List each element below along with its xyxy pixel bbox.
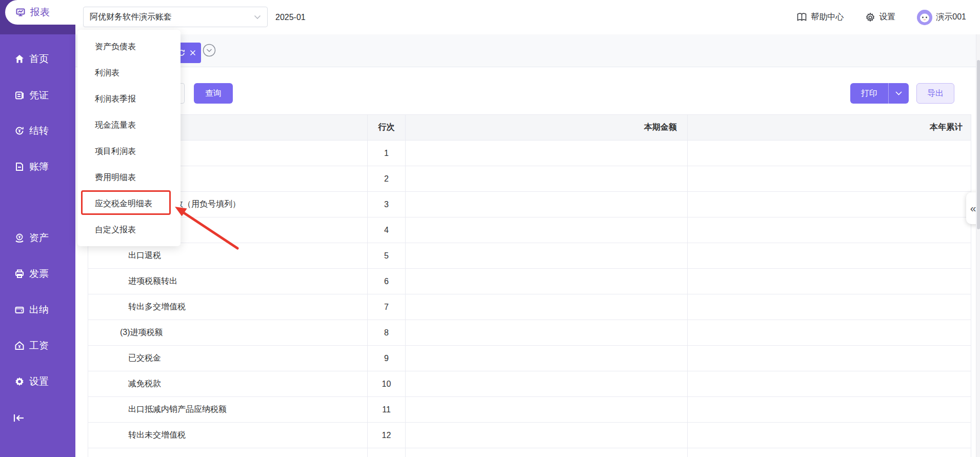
sidebar-item-salary[interactable]: 工资 <box>0 334 75 357</box>
menu-item-income-statement[interactable]: 利润表 <box>77 60 181 86</box>
menu-item-tax-payable-detail[interactable]: 应交税金明细表 <box>77 191 181 217</box>
item-cell: 进项税额转出 <box>88 269 368 294</box>
sidebar-item-label: 发票 <box>29 267 49 281</box>
ytd-cell <box>688 346 971 371</box>
current-period-cell <box>406 371 688 396</box>
sidebar-item-settings[interactable]: 设置 <box>0 370 75 393</box>
user-menu[interactable]: 演示001 <box>917 10 966 25</box>
ledger-icon <box>14 162 25 172</box>
sidebar-item-label: 资产 <box>29 231 49 245</box>
asset-coin-icon <box>14 233 25 243</box>
menu-item-cash-flow[interactable]: 现金流量表 <box>77 112 181 138</box>
sidebar-item-voucher[interactable]: 凭证 <box>0 84 75 107</box>
ytd-cell <box>688 217 971 243</box>
table-row[interactable] <box>88 448 971 457</box>
item-cell <box>88 448 368 457</box>
item-cell: 转出多交增值税 <box>88 294 368 320</box>
table-row[interactable]: 出口抵减内销产品应纳税额 11 <box>88 397 971 423</box>
print-button-label[interactable]: 打印 <box>850 83 888 104</box>
table-row[interactable]: 已交税金 9 <box>88 346 971 371</box>
line-no-cell <box>368 448 406 457</box>
sidebar-item-label: 首页 <box>29 52 49 66</box>
col-header-line-no: 行次 <box>368 115 406 140</box>
gear-icon <box>865 12 875 23</box>
ytd-cell <box>688 397 971 422</box>
sidebar: 阿优精灵 首页 凭证 结转 账簿 报表 资产 发票 <box>0 0 75 457</box>
item-cell: 出口抵减内销产品应纳税额 <box>88 397 368 422</box>
current-period-cell <box>406 448 688 457</box>
settings-button[interactable]: 设置 <box>865 12 895 23</box>
table-row[interactable]: 转出未交增值税 12 <box>88 423 971 448</box>
table-row[interactable]: 减免税款 10 <box>88 371 971 397</box>
help-center-label: 帮助中心 <box>811 12 844 23</box>
menu-item-custom-report[interactable]: 自定义报表 <box>77 217 181 243</box>
salary-house-icon <box>14 341 25 351</box>
line-no-cell: 9 <box>368 346 406 371</box>
line-no-cell: 1 <box>368 141 406 166</box>
carryover-icon <box>14 126 25 136</box>
sidebar-item-label: 账簿 <box>29 160 49 173</box>
voucher-icon <box>14 90 25 101</box>
table-row[interactable]: 转出多交增值税 7 <box>88 294 971 320</box>
main-content: 查询 打印 导出 行次 本期金额 本年累计 1 2 <box>75 67 980 457</box>
current-period-cell <box>406 346 688 371</box>
item-cell: 已交税金 <box>88 346 368 371</box>
table-row[interactable]: 进项税额转出 6 <box>88 269 971 294</box>
table-row[interactable]: 1 <box>88 141 971 166</box>
table-row[interactable]: 4 <box>88 217 971 243</box>
vertical-scrollbar[interactable] <box>976 34 980 457</box>
help-center-button[interactable]: 帮助中心 <box>796 12 844 23</box>
ytd-cell <box>688 192 971 217</box>
sidebar-item-assets[interactable]: 资产 <box>0 227 75 249</box>
sidebar-item-invoice[interactable]: 发票 <box>0 263 75 285</box>
print-split-button[interactable]: 打印 <box>850 83 909 104</box>
collapse-sidebar-icon <box>12 413 26 423</box>
item-cell: 转出未交增值税 <box>88 423 368 448</box>
chevron-down-icon <box>254 15 261 19</box>
ytd-cell <box>688 166 971 191</box>
current-period-cell <box>406 141 688 166</box>
sidebar-item-cashier[interactable]: 出纳 <box>0 299 75 321</box>
table-row[interactable]: 出口退税 5 <box>88 243 971 269</box>
sidebar-item-label: 凭证 <box>29 89 49 102</box>
current-period-cell <box>406 217 688 243</box>
tab-strip <box>75 34 980 67</box>
line-no-cell: 2 <box>368 166 406 191</box>
line-no-cell: 11 <box>368 397 406 422</box>
circle-chevron-icon <box>203 44 216 57</box>
current-period-cell <box>406 294 688 320</box>
current-period-label: 2025-01 <box>275 0 306 34</box>
menu-item-income-quarterly[interactable]: 利润表季报 <box>77 86 181 112</box>
sidebar-item-label: 出纳 <box>29 303 49 316</box>
account-book-select[interactable]: 阿优财务软件演示账套 <box>83 7 268 27</box>
line-no-cell: 5 <box>368 243 406 268</box>
table-row[interactable]: 数（用负号填列） 3 <box>88 192 971 217</box>
sidebar-item-label: 报表 <box>30 6 50 19</box>
line-no-cell: 8 <box>368 320 406 345</box>
collapse-sidebar-button[interactable] <box>12 409 31 427</box>
sidebar-item-home[interactable]: 首页 <box>0 48 75 70</box>
menu-item-project-income[interactable]: 项目利润表 <box>77 138 181 165</box>
menu-item-balance-sheet[interactable]: 资产负债表 <box>77 34 181 60</box>
scrollbar-thumb[interactable] <box>977 60 980 229</box>
col-header-current-period: 本期金额 <box>406 115 688 140</box>
print-options-button[interactable] <box>888 83 909 104</box>
export-button[interactable]: 导出 <box>916 83 954 104</box>
report-type-menu: 资产负债表 利润表 利润表季报 现金流量表 项目利润表 费用明细表 应交税金明细… <box>77 30 181 246</box>
topbar: 阿优财务软件演示账套 2025-01 帮助中心 设置 演示001 <box>75 0 980 34</box>
sidebar-item-reports[interactable]: 报表 <box>5 0 75 25</box>
ytd-cell <box>688 423 971 448</box>
menu-item-expense-detail[interactable]: 费用明细表 <box>77 165 181 191</box>
table-row[interactable]: 2 <box>88 166 971 192</box>
tab-list-dropdown-button[interactable] <box>203 44 216 57</box>
line-no-cell: 4 <box>368 217 406 243</box>
table-header-row: 行次 本期金额 本年累计 <box>88 115 971 141</box>
sidebar-item-ledger[interactable]: 账簿 <box>0 155 75 178</box>
ytd-cell <box>688 371 971 396</box>
collapse-panel-icon: « <box>970 202 976 214</box>
query-button[interactable]: 查询 <box>194 83 233 104</box>
close-icon[interactable] <box>190 50 196 56</box>
table-row[interactable]: (3)进项税额 8 <box>88 320 971 346</box>
sidebar-item-carryover[interactable]: 结转 <box>0 120 75 142</box>
current-period-cell <box>406 269 688 294</box>
